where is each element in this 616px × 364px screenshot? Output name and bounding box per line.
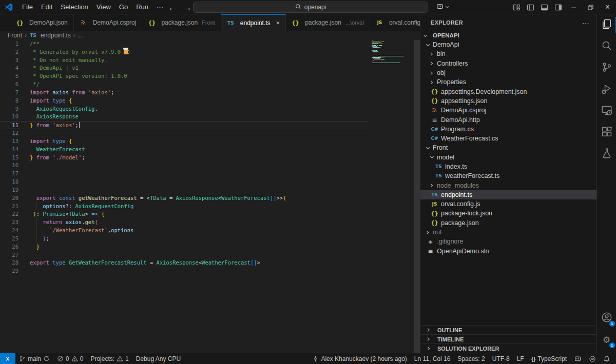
tree-file-.gitignore[interactable]: ◈.gitignore bbox=[420, 237, 596, 246]
line-number[interactable]: 9 bbox=[0, 105, 18, 113]
editor-scrollbar[interactable] bbox=[414, 40, 420, 353]
toggle-panel-icon[interactable] bbox=[537, 0, 551, 14]
copilot-menu[interactable] bbox=[433, 2, 452, 13]
line-number[interactable]: 22 bbox=[0, 210, 18, 218]
menu-view[interactable]: View bbox=[92, 2, 115, 12]
tab-package.json-4[interactable]: {}package.json...\orval bbox=[286, 14, 370, 31]
line-number[interactable]: 4 bbox=[0, 64, 18, 72]
line-number[interactable]: 19 bbox=[0, 186, 18, 194]
panel-outline[interactable]: OUTLINE bbox=[420, 325, 596, 334]
close-window-button[interactable]: × bbox=[599, 0, 616, 14]
line-number[interactable]: 3 bbox=[0, 56, 18, 65]
tree-file-OpenApiDemo.sln[interactable]: ≡OpenApiDemo.sln bbox=[420, 247, 596, 256]
line-number[interactable]: 20 bbox=[0, 194, 18, 203]
line-number[interactable]: 14 bbox=[0, 146, 18, 154]
tab-DemoApi.csproj[interactable]: DemoApi.csproj bbox=[74, 14, 143, 31]
line-number[interactable]: 17 bbox=[0, 170, 18, 178]
code-line-26[interactable]: 26 } bbox=[0, 243, 369, 251]
activity-run-debug[interactable] bbox=[597, 79, 616, 100]
menu-selection[interactable]: Selection bbox=[56, 2, 92, 12]
line-number[interactable]: 12 bbox=[0, 129, 18, 137]
copilot-status[interactable] bbox=[570, 353, 585, 364]
feedback-status[interactable] bbox=[585, 353, 600, 364]
tree-file-endpoint.ts[interactable]: TSendpoint.ts bbox=[420, 190, 596, 199]
line-number[interactable]: 11 bbox=[0, 122, 18, 129]
panel-timeline[interactable]: TIMELINE bbox=[420, 334, 596, 343]
line-number[interactable]: 7 bbox=[0, 89, 18, 97]
line-number[interactable]: 2 bbox=[0, 48, 18, 56]
tab-endpoint.ts[interactable]: TSendpoint.ts× bbox=[221, 14, 286, 31]
activity-explorer[interactable] bbox=[597, 14, 616, 36]
line-number[interactable]: 25 bbox=[0, 235, 18, 243]
code-line-19[interactable]: 19 bbox=[0, 186, 369, 194]
activity-settings[interactable]: ⚙1 bbox=[597, 329, 616, 351]
line-number[interactable]: 26 bbox=[0, 243, 18, 251]
language-mode-status[interactable]: {} TypeScript bbox=[528, 353, 570, 364]
remote-indicator[interactable] bbox=[0, 353, 15, 364]
tree-file-orval.config.js[interactable]: JSorval.config.js bbox=[420, 199, 596, 209]
code-line-22[interactable]: 22 ): Promise<TData> => { bbox=[0, 210, 369, 218]
tree-file-DemoApi.csproj[interactable]: DemoApi.csproj bbox=[420, 106, 596, 115]
customize-layout-icon[interactable] bbox=[510, 0, 524, 14]
code-line-17[interactable]: 17 bbox=[0, 170, 369, 178]
workspace-section-header[interactable]: OPENAPI bbox=[420, 31, 596, 40]
activity-accounts[interactable]: 1 bbox=[597, 308, 616, 329]
line-number[interactable]: 24 bbox=[0, 227, 18, 235]
tree-folder-out[interactable]: out bbox=[420, 228, 596, 237]
git-branch-status[interactable]: main bbox=[15, 353, 53, 364]
activity-remote-explorer[interactable] bbox=[597, 100, 616, 122]
code-line-2[interactable]: 2 * Generated by orval v7.9.0 bbox=[0, 48, 369, 56]
line-number[interactable]: 1 bbox=[0, 40, 18, 48]
notifications-status[interactable] bbox=[600, 353, 614, 364]
menu-edit[interactable]: Edit bbox=[37, 2, 56, 12]
code-line-1[interactable]: 1/** bbox=[0, 40, 369, 48]
code-line-14[interactable]: 14 WeatherForecast bbox=[0, 146, 369, 154]
menu-file[interactable]: File bbox=[18, 2, 37, 12]
code-line-7[interactable]: 7import axios from 'axios'; bbox=[0, 89, 369, 97]
breadcrumb-symbol[interactable]: … bbox=[78, 32, 84, 39]
eol-status[interactable]: LF bbox=[513, 353, 528, 364]
tree-file-package-lock.json[interactable]: {}package-lock.json bbox=[420, 209, 596, 218]
tree-file-appsettings.json[interactable]: {}appsettings.json bbox=[420, 96, 596, 106]
activity-search[interactable] bbox=[597, 36, 616, 57]
git-blame-status[interactable]: Alex Khanuckaev (2 hours ago) bbox=[309, 353, 410, 364]
tree-folder-Properties[interactable]: Properties bbox=[420, 77, 596, 87]
breadcrumb-folder[interactable]: Front bbox=[8, 32, 22, 39]
code-line-11[interactable]: 11} from 'axios'; bbox=[0, 121, 369, 129]
tree-folder-obj[interactable]: obj bbox=[420, 68, 596, 77]
menu-more[interactable]: ··· bbox=[152, 2, 167, 12]
tree-folder-model[interactable]: model bbox=[420, 153, 596, 162]
tree-file-Program.cs[interactable]: C#Program.cs bbox=[420, 125, 596, 134]
tree-file-DemoApi.http[interactable]: ≡DemoApi.http bbox=[420, 115, 596, 124]
projects-status[interactable]: Projects: 1 bbox=[87, 353, 132, 364]
code-line-16[interactable]: 16 bbox=[0, 161, 369, 170]
code-line-13[interactable]: 13import type { bbox=[0, 137, 369, 146]
cursor-position-status[interactable]: Ln 11, Col 16 bbox=[411, 353, 454, 364]
minimize-button[interactable]: ─ bbox=[565, 0, 582, 14]
nav-back-icon[interactable]: ← bbox=[168, 3, 176, 12]
activity-source-control[interactable] bbox=[597, 57, 616, 79]
encoding-status[interactable]: UTF-8 bbox=[489, 353, 513, 364]
tree-folder-node_modules[interactable]: node_modules bbox=[420, 180, 596, 190]
tree-folder-bin[interactable]: bin bbox=[420, 49, 596, 58]
code-editor[interactable]: 1/**2 * Generated by orval v7.9.0 3 * Do… bbox=[0, 40, 420, 353]
line-number[interactable]: 27 bbox=[0, 251, 18, 259]
line-number[interactable]: 23 bbox=[0, 218, 18, 227]
code-line-3[interactable]: 3 * Do not edit manually. bbox=[0, 56, 369, 65]
code-line-4[interactable]: 4 * DemoApi | v1 bbox=[0, 64, 369, 72]
toggle-secondary-sidebar-icon[interactable] bbox=[551, 0, 565, 14]
tree-file-weatherForecast.ts[interactable]: TSweatherForecast.ts bbox=[420, 171, 596, 180]
toggle-primary-sidebar-icon[interactable] bbox=[524, 0, 537, 14]
code-line-24[interactable]: 24 `/WeatherForecast`,options bbox=[0, 227, 369, 235]
line-number[interactable]: 15 bbox=[0, 154, 18, 162]
code-line-28[interactable]: 28export type GetWeatherForecastResult =… bbox=[0, 259, 369, 267]
code-line-9[interactable]: 9 AxiosRequestConfig, bbox=[0, 105, 369, 113]
code-line-15[interactable]: 15} from './model'; bbox=[0, 154, 369, 162]
tree-folder-Controllers[interactable]: Controllers bbox=[420, 59, 596, 68]
code-area[interactable]: 1/**2 * Generated by orval v7.9.0 3 * Do… bbox=[0, 40, 369, 275]
menu-go[interactable]: Go bbox=[115, 2, 132, 12]
line-number[interactable]: 8 bbox=[0, 97, 18, 105]
explorer-more-actions[interactable]: ··· bbox=[582, 19, 589, 27]
line-number[interactable]: 6 bbox=[0, 80, 18, 89]
code-line-5[interactable]: 5 * OpenAPI spec version: 1.0.0 bbox=[0, 72, 369, 80]
